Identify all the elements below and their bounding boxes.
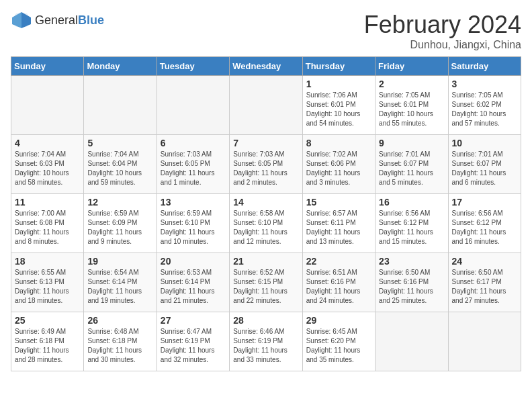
day-info: Sunrise: 6:56 AMSunset: 6:12 PMDaylight:… (452, 209, 517, 246)
day-info: Sunrise: 6:47 AMSunset: 6:19 PMDaylight:… (161, 327, 226, 365)
title-area: February 2024 Dunhou, Jiangxi, China (364, 11, 521, 51)
day-info: Sunrise: 6:59 AMSunset: 6:10 PMDaylight:… (161, 209, 226, 246)
day-info: Sunrise: 7:03 AMSunset: 6:05 PMDaylight:… (161, 150, 226, 187)
day-number: 6 (161, 138, 226, 148)
calendar-day-cell: 3Sunrise: 7:05 AMSunset: 6:02 PMDaylight… (448, 76, 521, 135)
weekday-header-cell: Wednesday (230, 57, 302, 76)
day-number: 20 (161, 256, 226, 267)
day-number: 10 (452, 138, 517, 148)
calendar-day-cell: 8Sunrise: 7:02 AMSunset: 6:06 PMDaylight… (302, 135, 375, 194)
day-number: 19 (87, 256, 152, 267)
calendar-day-cell: 20Sunrise: 6:53 AMSunset: 6:14 PMDayligh… (157, 253, 229, 312)
day-number: 21 (233, 256, 298, 267)
day-info: Sunrise: 7:05 AMSunset: 6:01 PMDaylight:… (379, 91, 444, 128)
day-number: 12 (87, 197, 152, 208)
calendar-day-cell: 25Sunrise: 6:49 AMSunset: 6:18 PMDayligh… (11, 312, 84, 371)
calendar-day-cell: 17Sunrise: 6:56 AMSunset: 6:12 PMDayligh… (448, 194, 521, 253)
day-number: 11 (15, 197, 80, 208)
day-info: Sunrise: 6:51 AMSunset: 6:16 PMDaylight:… (306, 268, 371, 306)
calendar-day-cell (375, 312, 448, 371)
day-info: Sunrise: 6:59 AMSunset: 6:09 PMDaylight:… (87, 209, 152, 246)
calendar-day-cell (84, 76, 157, 135)
day-number: 26 (87, 315, 152, 326)
calendar-day-cell: 19Sunrise: 6:54 AMSunset: 6:14 PMDayligh… (84, 253, 157, 312)
calendar-day-cell (448, 312, 521, 371)
calendar-day-cell (157, 76, 229, 135)
day-number: 5 (87, 138, 152, 148)
calendar-day-cell: 18Sunrise: 6:55 AMSunset: 6:13 PMDayligh… (11, 253, 84, 312)
day-number: 29 (306, 315, 371, 326)
calendar-day-cell: 11Sunrise: 7:00 AMSunset: 6:08 PMDayligh… (11, 194, 84, 253)
calendar-table: SundayMondayTuesdayWednesdayThursdayFrid… (11, 56, 521, 371)
calendar-day-cell: 16Sunrise: 6:56 AMSunset: 6:12 PMDayligh… (375, 194, 448, 253)
calendar-day-cell: 14Sunrise: 6:58 AMSunset: 6:10 PMDayligh… (230, 194, 302, 253)
logo: GeneralBlue (11, 11, 104, 30)
day-number: 27 (161, 315, 226, 326)
weekday-header-cell: Sunday (11, 57, 84, 76)
calendar-day-cell: 1Sunrise: 7:06 AMSunset: 6:01 PMDaylight… (302, 76, 375, 135)
calendar-day-cell: 2Sunrise: 7:05 AMSunset: 6:01 PMDaylight… (375, 76, 448, 135)
location-title: Dunhou, Jiangxi, China (364, 39, 521, 51)
day-number: 1 (306, 79, 371, 89)
weekday-header-cell: Thursday (302, 57, 375, 76)
day-info: Sunrise: 7:04 AMSunset: 6:03 PMDaylight:… (15, 150, 80, 187)
calendar-day-cell: 5Sunrise: 7:04 AMSunset: 6:04 PMDaylight… (84, 135, 157, 194)
header: GeneralBlue February 2024 Dunhou, Jiangx… (11, 11, 521, 51)
day-info: Sunrise: 6:52 AMSunset: 6:15 PMDaylight:… (233, 268, 298, 306)
day-number: 18 (15, 256, 80, 267)
logo-text-blue: Blue (78, 13, 104, 27)
calendar-week-row: 25Sunrise: 6:49 AMSunset: 6:18 PMDayligh… (11, 312, 521, 371)
calendar-day-cell: 24Sunrise: 6:50 AMSunset: 6:17 PMDayligh… (448, 253, 521, 312)
day-info: Sunrise: 6:56 AMSunset: 6:12 PMDaylight:… (379, 209, 444, 246)
day-info: Sunrise: 6:55 AMSunset: 6:13 PMDaylight:… (15, 268, 80, 306)
day-number: 16 (379, 197, 444, 208)
day-number: 8 (306, 138, 371, 148)
calendar-week-row: 1Sunrise: 7:06 AMSunset: 6:01 PMDaylight… (11, 76, 521, 135)
weekday-header-cell: Friday (375, 57, 448, 76)
day-number: 23 (379, 256, 444, 267)
calendar-day-cell: 9Sunrise: 7:01 AMSunset: 6:07 PMDaylight… (375, 135, 448, 194)
weekday-header-cell: Tuesday (157, 57, 229, 76)
calendar-day-cell: 15Sunrise: 6:57 AMSunset: 6:11 PMDayligh… (302, 194, 375, 253)
calendar-day-cell: 26Sunrise: 6:48 AMSunset: 6:18 PMDayligh… (84, 312, 157, 371)
day-info: Sunrise: 6:45 AMSunset: 6:20 PMDaylight:… (306, 327, 371, 365)
day-number: 7 (233, 138, 298, 148)
calendar-day-cell: 21Sunrise: 6:52 AMSunset: 6:15 PMDayligh… (230, 253, 302, 312)
day-info: Sunrise: 7:03 AMSunset: 6:05 PMDaylight:… (233, 150, 298, 187)
day-info: Sunrise: 6:46 AMSunset: 6:19 PMDaylight:… (233, 327, 298, 365)
day-number: 22 (306, 256, 371, 267)
calendar-week-row: 4Sunrise: 7:04 AMSunset: 6:03 PMDaylight… (11, 135, 521, 194)
day-info: Sunrise: 6:54 AMSunset: 6:14 PMDaylight:… (87, 268, 152, 306)
calendar-day-cell (230, 76, 302, 135)
day-number: 3 (452, 79, 517, 89)
day-number: 25 (15, 315, 80, 326)
calendar-day-cell: 12Sunrise: 6:59 AMSunset: 6:09 PMDayligh… (84, 194, 157, 253)
day-info: Sunrise: 6:50 AMSunset: 6:17 PMDaylight:… (452, 268, 517, 306)
calendar-day-cell: 29Sunrise: 6:45 AMSunset: 6:20 PMDayligh… (302, 312, 375, 371)
calendar-day-cell: 13Sunrise: 6:59 AMSunset: 6:10 PMDayligh… (157, 194, 229, 253)
calendar-day-cell: 27Sunrise: 6:47 AMSunset: 6:19 PMDayligh… (157, 312, 229, 371)
weekday-header-cell: Monday (84, 57, 157, 76)
calendar-day-cell: 7Sunrise: 7:03 AMSunset: 6:05 PMDaylight… (230, 135, 302, 194)
day-number: 4 (15, 138, 80, 148)
calendar-day-cell (11, 76, 84, 135)
calendar-day-cell: 23Sunrise: 6:50 AMSunset: 6:16 PMDayligh… (375, 253, 448, 312)
calendar-week-row: 18Sunrise: 6:55 AMSunset: 6:13 PMDayligh… (11, 253, 521, 312)
day-info: Sunrise: 7:05 AMSunset: 6:02 PMDaylight:… (452, 91, 517, 128)
day-info: Sunrise: 7:01 AMSunset: 6:07 PMDaylight:… (379, 150, 444, 187)
day-number: 28 (233, 315, 298, 326)
weekday-header-row: SundayMondayTuesdayWednesdayThursdayFrid… (11, 57, 521, 76)
day-info: Sunrise: 7:04 AMSunset: 6:04 PMDaylight:… (87, 150, 152, 187)
day-number: 15 (306, 197, 371, 208)
day-info: Sunrise: 7:06 AMSunset: 6:01 PMDaylight:… (306, 91, 371, 128)
calendar-day-cell: 4Sunrise: 7:04 AMSunset: 6:03 PMDaylight… (11, 135, 84, 194)
day-number: 13 (161, 197, 226, 208)
day-info: Sunrise: 7:01 AMSunset: 6:07 PMDaylight:… (452, 150, 517, 187)
day-number: 2 (379, 79, 444, 89)
logo-text-general: General (35, 13, 78, 27)
weekday-header-cell: Saturday (448, 57, 521, 76)
calendar-day-cell: 28Sunrise: 6:46 AMSunset: 6:19 PMDayligh… (230, 312, 302, 371)
day-info: Sunrise: 6:58 AMSunset: 6:10 PMDaylight:… (233, 209, 298, 246)
logo-icon (11, 11, 32, 30)
month-title: February 2024 (364, 11, 521, 39)
